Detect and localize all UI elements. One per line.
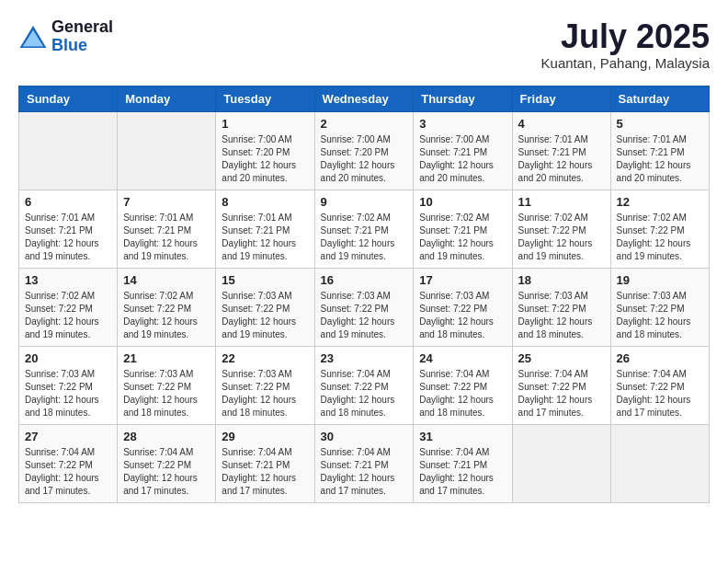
day-number: 27 xyxy=(25,430,111,443)
day-number: 7 xyxy=(123,195,210,209)
day-info: Sunrise: 7:02 AM Sunset: 7:21 PM Dayligh… xyxy=(321,212,408,263)
day-info: Sunrise: 7:02 AM Sunset: 7:22 PM Dayligh… xyxy=(518,212,605,263)
calendar-cell: 4Sunrise: 7:01 AM Sunset: 7:21 PM Daylig… xyxy=(512,111,610,190)
calendar-cell xyxy=(512,424,610,502)
calendar-cell: 10Sunrise: 7:02 AM Sunset: 7:21 PM Dayli… xyxy=(414,190,512,268)
day-number: 11 xyxy=(518,195,605,209)
calendar-week-1: 1Sunrise: 7:00 AM Sunset: 7:20 PM Daylig… xyxy=(19,111,710,190)
day-number: 28 xyxy=(123,430,210,443)
calendar-cell: 22Sunrise: 7:03 AM Sunset: 7:22 PM Dayli… xyxy=(216,346,314,424)
column-header-sunday: Sunday xyxy=(19,86,118,111)
calendar-cell: 16Sunrise: 7:03 AM Sunset: 7:22 PM Dayli… xyxy=(314,268,414,346)
day-info: Sunrise: 7:04 AM Sunset: 7:22 PM Dayligh… xyxy=(25,446,111,498)
calendar-cell: 21Sunrise: 7:03 AM Sunset: 7:22 PM Dayli… xyxy=(118,346,216,424)
calendar-cell: 31Sunrise: 7:04 AM Sunset: 7:21 PM Dayli… xyxy=(414,424,512,502)
calendar-week-4: 20Sunrise: 7:03 AM Sunset: 7:22 PM Dayli… xyxy=(19,346,710,424)
column-header-wednesday: Wednesday xyxy=(314,86,414,111)
day-number: 5 xyxy=(617,117,703,131)
day-info: Sunrise: 7:04 AM Sunset: 7:22 PM Dayligh… xyxy=(123,446,210,498)
calendar-cell: 6Sunrise: 7:01 AM Sunset: 7:21 PM Daylig… xyxy=(19,190,118,268)
day-number: 29 xyxy=(222,430,308,443)
day-number: 24 xyxy=(419,351,506,365)
day-number: 10 xyxy=(419,195,506,209)
day-info: Sunrise: 7:01 AM Sunset: 7:21 PM Dayligh… xyxy=(25,212,111,263)
calendar-cell: 26Sunrise: 7:04 AM Sunset: 7:22 PM Dayli… xyxy=(610,346,709,424)
calendar-cell: 13Sunrise: 7:02 AM Sunset: 7:22 PM Dayli… xyxy=(19,268,118,346)
day-number: 17 xyxy=(419,273,506,287)
calendar-cell xyxy=(19,111,118,190)
calendar-cell: 1Sunrise: 7:00 AM Sunset: 7:20 PM Daylig… xyxy=(216,111,314,190)
day-info: Sunrise: 7:00 AM Sunset: 7:21 PM Dayligh… xyxy=(419,133,506,185)
calendar-cell: 15Sunrise: 7:03 AM Sunset: 7:22 PM Dayli… xyxy=(216,268,314,346)
day-info: Sunrise: 7:03 AM Sunset: 7:22 PM Dayligh… xyxy=(321,290,408,341)
logo-icon xyxy=(18,24,48,50)
day-number: 20 xyxy=(25,351,111,365)
calendar-cell: 5Sunrise: 7:01 AM Sunset: 7:21 PM Daylig… xyxy=(610,111,709,190)
day-info: Sunrise: 7:04 AM Sunset: 7:21 PM Dayligh… xyxy=(222,446,308,498)
day-number: 1 xyxy=(222,117,308,131)
column-header-friday: Friday xyxy=(512,86,610,111)
day-number: 23 xyxy=(321,351,408,365)
day-info: Sunrise: 7:04 AM Sunset: 7:21 PM Dayligh… xyxy=(321,446,408,498)
calendar-cell: 25Sunrise: 7:04 AM Sunset: 7:22 PM Dayli… xyxy=(512,346,610,424)
day-info: Sunrise: 7:01 AM Sunset: 7:21 PM Dayligh… xyxy=(617,133,703,185)
day-info: Sunrise: 7:03 AM Sunset: 7:22 PM Dayligh… xyxy=(222,368,308,419)
calendar-cell: 30Sunrise: 7:04 AM Sunset: 7:21 PM Dayli… xyxy=(314,424,414,502)
day-number: 25 xyxy=(518,351,605,365)
day-number: 18 xyxy=(518,273,605,287)
day-number: 9 xyxy=(321,195,408,209)
calendar-cell: 7Sunrise: 7:01 AM Sunset: 7:21 PM Daylig… xyxy=(118,190,216,268)
day-number: 6 xyxy=(25,195,111,209)
calendar-cell: 20Sunrise: 7:03 AM Sunset: 7:22 PM Dayli… xyxy=(19,346,118,424)
day-info: Sunrise: 7:01 AM Sunset: 7:21 PM Dayligh… xyxy=(518,133,605,185)
month-title: July 2025 xyxy=(541,18,710,55)
column-header-monday: Monday xyxy=(118,86,216,111)
day-info: Sunrise: 7:04 AM Sunset: 7:22 PM Dayligh… xyxy=(617,368,703,419)
day-info: Sunrise: 7:04 AM Sunset: 7:22 PM Dayligh… xyxy=(419,368,506,419)
day-info: Sunrise: 7:03 AM Sunset: 7:22 PM Dayligh… xyxy=(222,290,308,341)
calendar-cell: 23Sunrise: 7:04 AM Sunset: 7:22 PM Dayli… xyxy=(314,346,414,424)
calendar-cell: 19Sunrise: 7:03 AM Sunset: 7:22 PM Dayli… xyxy=(610,268,709,346)
day-number: 3 xyxy=(419,117,506,131)
day-number: 12 xyxy=(617,195,703,209)
calendar-cell: 17Sunrise: 7:03 AM Sunset: 7:22 PM Dayli… xyxy=(414,268,512,346)
logo-text: GeneralBlue xyxy=(51,18,113,55)
location: Kuantan, Pahang, Malaysia xyxy=(541,55,710,71)
calendar-cell: 2Sunrise: 7:00 AM Sunset: 7:20 PM Daylig… xyxy=(314,111,414,190)
day-number: 30 xyxy=(321,430,408,443)
calendar-cell: 18Sunrise: 7:03 AM Sunset: 7:22 PM Dayli… xyxy=(512,268,610,346)
day-number: 31 xyxy=(419,430,506,443)
day-number: 19 xyxy=(617,273,703,287)
calendar-cell xyxy=(610,424,709,502)
calendar-week-5: 27Sunrise: 7:04 AM Sunset: 7:22 PM Dayli… xyxy=(19,424,710,502)
day-info: Sunrise: 7:01 AM Sunset: 7:21 PM Dayligh… xyxy=(222,212,308,263)
day-info: Sunrise: 7:04 AM Sunset: 7:22 PM Dayligh… xyxy=(518,368,605,419)
day-info: Sunrise: 7:02 AM Sunset: 7:22 PM Dayligh… xyxy=(25,290,111,341)
page-header: GeneralBlue July 2025 Kuantan, Pahang, M… xyxy=(18,18,710,71)
column-header-tuesday: Tuesday xyxy=(216,86,314,111)
day-info: Sunrise: 7:00 AM Sunset: 7:20 PM Dayligh… xyxy=(321,133,408,185)
day-info: Sunrise: 7:03 AM Sunset: 7:22 PM Dayligh… xyxy=(518,290,605,341)
day-info: Sunrise: 7:03 AM Sunset: 7:22 PM Dayligh… xyxy=(25,368,111,419)
calendar-cell: 12Sunrise: 7:02 AM Sunset: 7:22 PM Dayli… xyxy=(610,190,709,268)
calendar-cell: 3Sunrise: 7:00 AM Sunset: 7:21 PM Daylig… xyxy=(414,111,512,190)
day-info: Sunrise: 7:02 AM Sunset: 7:21 PM Dayligh… xyxy=(419,212,506,263)
calendar-week-2: 6Sunrise: 7:01 AM Sunset: 7:21 PM Daylig… xyxy=(19,190,710,268)
day-info: Sunrise: 7:02 AM Sunset: 7:22 PM Dayligh… xyxy=(123,290,210,341)
day-number: 14 xyxy=(123,273,210,287)
day-number: 2 xyxy=(321,117,408,131)
day-info: Sunrise: 7:03 AM Sunset: 7:22 PM Dayligh… xyxy=(419,290,506,341)
calendar-cell: 8Sunrise: 7:01 AM Sunset: 7:21 PM Daylig… xyxy=(216,190,314,268)
day-info: Sunrise: 7:02 AM Sunset: 7:22 PM Dayligh… xyxy=(617,212,703,263)
day-info: Sunrise: 7:03 AM Sunset: 7:22 PM Dayligh… xyxy=(123,368,210,419)
day-number: 8 xyxy=(222,195,308,209)
calendar-cell: 28Sunrise: 7:04 AM Sunset: 7:22 PM Dayli… xyxy=(118,424,216,502)
calendar-header-row: SundayMondayTuesdayWednesdayThursdayFrid… xyxy=(19,86,710,111)
day-number: 21 xyxy=(123,351,210,365)
day-number: 22 xyxy=(222,351,308,365)
column-header-saturday: Saturday xyxy=(610,86,709,111)
calendar-week-3: 13Sunrise: 7:02 AM Sunset: 7:22 PM Dayli… xyxy=(19,268,710,346)
calendar-table: SundayMondayTuesdayWednesdayThursdayFrid… xyxy=(18,86,710,503)
day-info: Sunrise: 7:00 AM Sunset: 7:20 PM Dayligh… xyxy=(222,133,308,185)
day-info: Sunrise: 7:04 AM Sunset: 7:22 PM Dayligh… xyxy=(321,368,408,419)
